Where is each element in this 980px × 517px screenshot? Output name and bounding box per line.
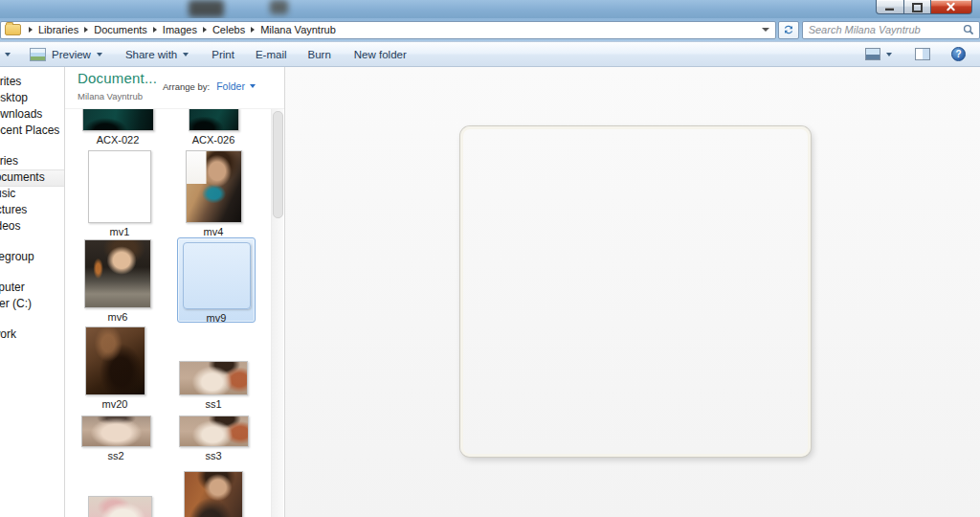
file-thumbnail[interactable] bbox=[189, 108, 239, 131]
maximize-button[interactable] bbox=[904, 0, 931, 14]
breadcrumb-item-celebs[interactable]: Celebs bbox=[212, 24, 245, 35]
folder-icon bbox=[5, 24, 21, 35]
chevron-down-icon bbox=[886, 53, 892, 56]
search-box[interactable] bbox=[802, 21, 980, 39]
file-thumbnail[interactable] bbox=[186, 150, 242, 223]
toolbar-right-group: ? bbox=[860, 44, 970, 64]
arrange-by-dropdown[interactable]: Folder bbox=[216, 80, 245, 92]
arrange-by-control: Arrange by: Folder bbox=[163, 80, 256, 92]
sidebar-item-pictures[interactable]: Pictures bbox=[0, 203, 27, 217]
file-thumbnail[interactable] bbox=[183, 242, 251, 309]
sidebar-item-favorites[interactable]: Favorites bbox=[0, 75, 21, 89]
sidebar-item-music[interactable]: Music bbox=[0, 187, 15, 201]
window-controls bbox=[876, 0, 972, 14]
titlebar-reflection bbox=[189, 0, 224, 17]
library-title: Document... bbox=[78, 70, 157, 86]
file-item[interactable]: ACX-026 bbox=[170, 108, 256, 146]
vertical-scrollbar[interactable] bbox=[271, 108, 283, 517]
change-view-button[interactable] bbox=[860, 45, 897, 63]
file-item[interactable]: mv6 bbox=[75, 239, 161, 323]
breadcrumb-item-milana-vayntrub[interactable]: Milana Vayntrub bbox=[260, 24, 336, 35]
minimize-button[interactable] bbox=[876, 0, 904, 14]
minimize-icon bbox=[885, 8, 894, 11]
file-name: mv4 bbox=[170, 226, 256, 237]
file-item[interactable]: mv4 bbox=[170, 150, 256, 237]
file-name: ss1 bbox=[170, 398, 256, 410]
breadcrumb-item-libraries[interactable]: Libraries bbox=[38, 24, 78, 35]
file-item[interactable] bbox=[77, 496, 163, 517]
file-thumbnail[interactable] bbox=[85, 326, 145, 395]
burn-button[interactable]: Burn bbox=[302, 46, 337, 63]
sidebar-item-documents[interactable]: Documents bbox=[0, 169, 65, 187]
file-name: mv20 bbox=[75, 398, 155, 410]
explorer-window: Libraries Documents Images Celebs Milana… bbox=[0, 0, 980, 517]
address-history-dropdown-arrow[interactable] bbox=[762, 28, 769, 32]
address-row: Libraries Documents Images Celebs Milana… bbox=[0, 18, 980, 41]
breadcrumb-arrow-icon bbox=[153, 27, 157, 33]
sidebar-item-local-disk-c[interactable]: Acer (C:) bbox=[0, 297, 32, 311]
sidebar-item-network[interactable]: Network bbox=[0, 327, 16, 342]
file-thumbnail[interactable] bbox=[82, 108, 154, 131]
address-bar[interactable]: Libraries Documents Images Celebs Milana… bbox=[0, 21, 776, 39]
file-thumbnail[interactable] bbox=[179, 361, 248, 395]
sidebar-item-desktop[interactable]: Desktop bbox=[0, 91, 28, 105]
file-thumbnail[interactable] bbox=[88, 150, 151, 223]
sidebar-item-homegroup[interactable]: Homegroup bbox=[0, 250, 34, 264]
file-thumbnail[interactable] bbox=[84, 239, 151, 308]
breadcrumb-arrow-icon bbox=[84, 27, 88, 33]
email-button[interactable]: E-mail bbox=[250, 46, 293, 63]
breadcrumb-arrow-icon bbox=[203, 27, 207, 33]
sidebar-item-computer[interactable]: Computer bbox=[0, 281, 25, 295]
file-name: ss2 bbox=[73, 450, 159, 461]
refresh-icon bbox=[783, 24, 794, 35]
help-icon: ? bbox=[951, 47, 966, 61]
titlebar-reflection bbox=[270, 0, 288, 14]
file-item-selected[interactable]: mv9 bbox=[177, 237, 256, 323]
views-icon bbox=[865, 48, 880, 60]
file-name: ACX-026 bbox=[170, 134, 256, 146]
breadcrumb-arrow-icon bbox=[251, 27, 255, 33]
new-folder-button[interactable]: New folder bbox=[348, 46, 412, 63]
chevron-down-icon bbox=[250, 84, 256, 88]
print-label: Print bbox=[212, 49, 234, 60]
preview-label: Preview bbox=[52, 49, 91, 60]
share-with-label: Share with bbox=[125, 49, 177, 60]
breadcrumb-item-documents[interactable]: Documents bbox=[94, 24, 147, 35]
file-item[interactable]: ACX-022 bbox=[75, 108, 161, 146]
file-thumbnail[interactable] bbox=[184, 471, 243, 517]
file-item[interactable] bbox=[175, 471, 252, 517]
share-with-button[interactable]: Share with bbox=[120, 46, 194, 63]
title-bar[interactable] bbox=[0, 0, 980, 18]
file-thumbnail[interactable] bbox=[88, 496, 152, 517]
sidebar-item-libraries[interactable]: Libraries bbox=[0, 154, 18, 169]
refresh-button[interactable] bbox=[778, 21, 799, 39]
chevron-down-icon bbox=[97, 53, 102, 56]
library-header: Document... Milana Vayntrub Arrange by: … bbox=[65, 67, 284, 109]
maximize-icon bbox=[912, 3, 923, 12]
scrollbar-thumb[interactable] bbox=[273, 111, 283, 218]
file-item[interactable]: mv1 bbox=[77, 150, 163, 237]
help-button[interactable]: ? bbox=[947, 44, 970, 64]
search-icon bbox=[963, 24, 974, 35]
organize-menu-arrow[interactable] bbox=[5, 53, 11, 56]
new-folder-label: New folder bbox=[354, 49, 407, 60]
preview-image bbox=[460, 126, 811, 457]
sidebar-item-videos[interactable]: Videos bbox=[0, 219, 20, 234]
sidebar-item-downloads[interactable]: Downloads bbox=[0, 107, 42, 122]
search-input[interactable] bbox=[803, 24, 958, 36]
preview-pane-toggle-button[interactable] bbox=[910, 45, 935, 63]
file-item[interactable]: ss3 bbox=[170, 416, 256, 461]
file-thumbnail[interactable] bbox=[179, 416, 249, 447]
preview-button[interactable]: Preview bbox=[24, 45, 108, 64]
file-item[interactable]: mv20 bbox=[75, 326, 155, 410]
file-thumbnail[interactable] bbox=[81, 416, 151, 447]
sidebar-item-recent-places[interactable]: Recent Places bbox=[0, 124, 59, 138]
main-area: Favorites Desktop Downloads Recent Place… bbox=[0, 67, 980, 517]
command-toolbar: Preview Share with Print E-mail Burn New… bbox=[0, 41, 980, 67]
file-item[interactable]: ss2 bbox=[73, 416, 159, 461]
file-item[interactable]: ss1 bbox=[170, 361, 256, 410]
breadcrumb-item-images[interactable]: Images bbox=[163, 24, 197, 35]
arrange-by-label: Arrange by: bbox=[163, 81, 210, 92]
close-button[interactable] bbox=[931, 0, 972, 14]
print-button[interactable]: Print bbox=[206, 46, 240, 63]
